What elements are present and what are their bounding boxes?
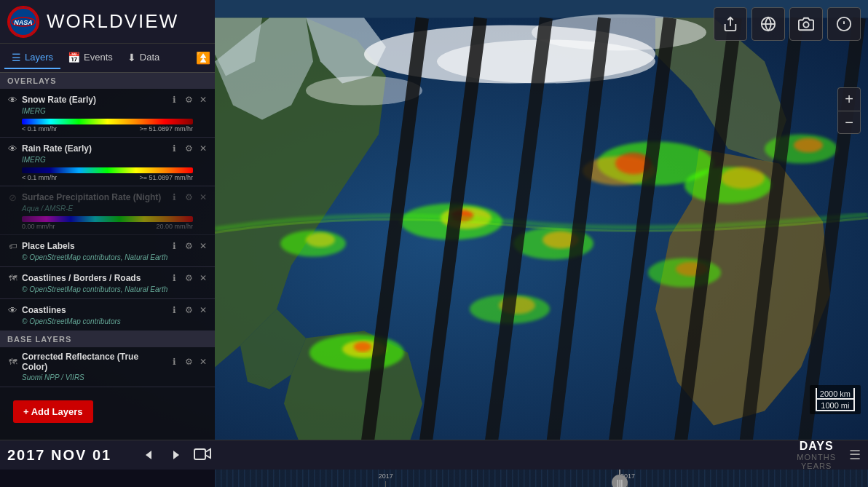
app-header: NASA Worldview: [0, 0, 215, 44]
svg-text:NASA: NASA: [14, 19, 33, 26]
playhead-line: [619, 470, 620, 475]
timeline-ticks: OCT 2017 NOV 2017 |||: [215, 470, 868, 487]
layer-settings-coastlines[interactable]: ⚙: [183, 304, 194, 316]
zoom-out-button[interactable]: −: [837, 111, 861, 134]
timeline-playhead[interactable]: |||: [612, 475, 628, 487]
layer-place-labels: 🏷 Place Labels ℹ ⚙ ✕ © OpenStreetMap con…: [0, 235, 215, 267]
svg-point-40: [803, 22, 808, 27]
svg-point-19: [354, 342, 371, 352]
scale-indicator: 2000 km 1000 mi: [810, 385, 861, 414]
layer-visibility-corrected-reflectance[interactable]: 🗺: [6, 355, 19, 368]
events-tab-icon: 📅: [68, 52, 80, 63]
layer-source-coastlines: © OpenStreetMap contributors: [22, 317, 209, 326]
layer-settings-corrected-reflectance[interactable]: ⚙: [183, 356, 194, 368]
tab-layers[interactable]: ☰ Layers: [4, 47, 60, 69]
layer-info-corrected-reflectance[interactable]: ℹ: [168, 356, 180, 368]
layer-snow-rate: 👁 Snow Rate (Early) ℹ ⚙ ✕ IMERG < 0.1 mm…: [0, 89, 215, 138]
collapse-button[interactable]: ⏫: [196, 51, 210, 65]
timeline-menu-button[interactable]: ☰: [849, 447, 861, 463]
timeline-camera-button[interactable]: [194, 446, 211, 464]
layer-settings-snow-rate[interactable]: ⚙: [183, 94, 194, 106]
current-date-display: 2017 NOV 01: [7, 447, 131, 464]
add-layers-button[interactable]: + Add Layers: [13, 400, 93, 423]
layer-name-coastlines: Coastlines: [22, 305, 165, 315]
colorbar-rain-rate: [22, 167, 193, 173]
layer-visibility-coastlines[interactable]: 👁: [6, 304, 19, 317]
app-title: Worldview: [47, 10, 178, 33]
layer-visibility-snow-rate[interactable]: 👁: [6, 93, 19, 106]
layers-tab-label: Layers: [25, 52, 53, 63]
layer-remove-place-labels[interactable]: ✕: [197, 240, 209, 252]
zoom-in-button[interactable]: +: [837, 87, 861, 111]
layer-name-place-labels: Place Labels: [22, 241, 165, 251]
layer-remove-snow-rate[interactable]: ✕: [197, 94, 209, 106]
layer-name-coastlines-borders: Coastlines / Borders / Roads: [22, 273, 165, 283]
timeline-controls: 2017 NOV 01 DAYS MONTHS YEARS ☰: [0, 440, 868, 470]
playhead-handle[interactable]: |||: [612, 475, 628, 487]
zoom-controls: + −: [837, 87, 861, 134]
base-layers-section-header: BASE LAYERS: [0, 331, 215, 347]
layer-visibility-rain-rate[interactable]: 👁: [6, 142, 19, 155]
layers-tab-icon: ☰: [12, 52, 21, 63]
time-scale-selector: DAYS MONTHS YEARS: [797, 440, 836, 470]
svg-point-11: [794, 138, 823, 153]
share-button[interactable]: [714, 7, 747, 41]
timeline-bar: 2017 NOV 01 DAYS MONTHS YEARS ☰: [0, 440, 868, 487]
layer-info-coastlines-borders[interactable]: ℹ: [168, 272, 180, 284]
colorbar-snow-rate: [22, 119, 193, 124]
timeline-track[interactable]: OCT 2017 NOV 2017 |||: [0, 470, 868, 487]
overlays-section-header: OVERLAYS: [0, 73, 215, 89]
layer-info-place-labels[interactable]: ℹ: [168, 240, 180, 252]
tab-events[interactable]: 📅 Events: [60, 47, 120, 69]
globe-view-button[interactable]: [751, 7, 785, 41]
oct-year: 2017: [379, 472, 393, 480]
days-scale-button[interactable]: DAYS: [800, 440, 834, 453]
timeline-next-button[interactable]: [166, 445, 186, 465]
timeline-prev-button[interactable]: [138, 445, 159, 465]
months-scale-button[interactable]: MONTHS: [797, 453, 836, 462]
snapshot-button[interactable]: [789, 7, 823, 41]
info-button[interactable]: [827, 7, 861, 41]
data-tab-icon: ⬇: [127, 52, 136, 63]
nasa-logo: NASA: [7, 6, 39, 38]
colorbar-labels-rain-rate: < 0.1 mm/hr >= 51.0897 mm/hr: [22, 174, 193, 181]
layer-remove-coastlines-borders[interactable]: ✕: [197, 272, 209, 284]
svg-point-9: [721, 167, 765, 189]
layer-remove-corrected-reflectance[interactable]: ✕: [197, 356, 209, 368]
layer-name-snow-rate: Snow Rate (Early): [22, 95, 165, 105]
oct-tick: [385, 481, 386, 487]
left-panel: NASA Worldview ☰ Layers 📅 Events ⬇ Data …: [0, 0, 215, 451]
colorbar-surface-precip: [22, 216, 193, 222]
svg-point-3: [532, 15, 706, 51]
svg-marker-47: [205, 449, 210, 458]
events-tab-label: Events: [84, 52, 113, 63]
top-right-buttons: [714, 7, 861, 41]
layer-corrected-reflectance: 🗺 Corrected Reflectance (True Color) ℹ ⚙…: [0, 347, 215, 387]
layer-remove-rain-rate[interactable]: ✕: [197, 143, 209, 154]
layer-settings-place-labels[interactable]: ⚙: [183, 240, 194, 252]
svg-rect-46: [194, 449, 205, 459]
layer-name-surface-precip: Surface Precipitation Rate (Night): [22, 192, 165, 202]
layer-visibility-coastlines-borders[interactable]: 🗺: [6, 272, 19, 285]
layer-source-coastlines-borders: © OpenStreetMap contributors, Natural Ea…: [22, 285, 209, 294]
layer-settings-surface-precip[interactable]: ⚙: [183, 191, 194, 203]
layer-visibility-surface-precip[interactable]: ⊘: [6, 191, 19, 204]
tab-data[interactable]: ⬇ Data: [120, 47, 167, 69]
colorbar-labels-snow-rate: < 0.1 mm/hr >= 51.0897 mm/hr: [22, 125, 193, 132]
scale-km: 2000 km: [816, 388, 855, 400]
layer-settings-coastlines-borders[interactable]: ⚙: [183, 272, 194, 284]
svg-marker-45: [173, 451, 179, 459]
layer-info-surface-precip[interactable]: ℹ: [168, 191, 180, 203]
colorbar-labels-surface-precip: 0.00 mm/hr 20.00 mm/hr: [22, 223, 193, 230]
layer-info-rain-rate[interactable]: ℹ: [168, 143, 180, 154]
scale-mi: 1000 mi: [816, 400, 855, 411]
layer-info-coastlines[interactable]: ℹ: [168, 304, 180, 316]
layer-settings-rain-rate[interactable]: ⚙: [183, 143, 194, 154]
data-tab-label: Data: [140, 52, 159, 63]
layer-name-rain-rate: Rain Rate (Early): [22, 143, 165, 154]
svg-point-4: [306, 76, 422, 106]
layer-remove-surface-precip[interactable]: ✕: [197, 191, 209, 203]
layer-info-snow-rate[interactable]: ℹ: [168, 94, 180, 106]
layer-remove-coastlines[interactable]: ✕: [197, 304, 209, 316]
layer-visibility-place-labels[interactable]: 🏷: [6, 239, 19, 253]
